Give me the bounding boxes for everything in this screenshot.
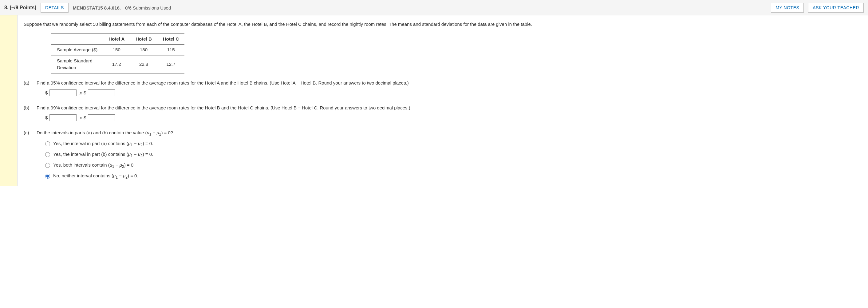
part-c-prompt: Do the intervals in parts (a) and (b) co… [37, 129, 862, 137]
part-c-radio-2[interactable] [45, 152, 50, 157]
question-header: 8. [–/8 Points] DETAILS MENDSTAT15 8.4.0… [0, 0, 868, 16]
question-content: Suppose that we randomly select 50 billi… [17, 16, 868, 186]
table-row: Sample Standard Deviation 17.2 22.8 12.7 [51, 55, 184, 73]
part-c-option-2-text: Yes, the interval in part (b) contains (… [53, 151, 153, 159]
part-b: (b) Find a 99% confidence interval for t… [24, 104, 862, 121]
row1-a: 150 [103, 44, 130, 56]
row1-b: 180 [130, 44, 157, 56]
row2-c: 12.7 [157, 55, 185, 73]
part-a: (a) Find a 95% confidence interval for t… [24, 80, 862, 96]
part-b-lower-input[interactable] [50, 114, 76, 121]
part-c-option-4-text: No, neither interval contains (μ1 − μ2) … [53, 173, 138, 180]
details-button[interactable]: DETAILS [40, 3, 68, 12]
submissions-used: 0/6 Submissions Used [125, 5, 171, 10]
row2-b: 22.8 [130, 55, 157, 73]
th-hotel-b: Hotel B [130, 33, 157, 44]
ask-teacher-button[interactable]: ASK YOUR TEACHER [808, 3, 864, 12]
to-dollar: to $ [79, 89, 86, 96]
row2-a: 17.2 [103, 55, 130, 73]
part-c-option-1-text: Yes, the interval in part (a) contains (… [53, 140, 153, 148]
to-dollar: to $ [79, 114, 86, 121]
dollar-sign: $ [45, 114, 48, 121]
part-a-label: (a) [24, 80, 32, 96]
my-notes-button[interactable]: MY NOTES [771, 3, 804, 12]
th-hotel-c: Hotel C [157, 33, 185, 44]
part-b-label: (b) [24, 104, 32, 121]
question-ref-code: MENDSTAT15 8.4.016. [73, 5, 121, 10]
data-table: Hotel A Hotel B Hotel C Sample Average (… [51, 33, 184, 73]
th-blank [51, 33, 103, 44]
part-c-radio-3[interactable] [45, 163, 50, 168]
part-a-upper-input[interactable] [88, 89, 115, 96]
part-a-lower-input[interactable] [50, 89, 76, 96]
part-c-option-2[interactable]: Yes, the interval in part (b) contains (… [45, 151, 862, 159]
part-c-option-3[interactable]: Yes, both intervals contain (μ1 − μ2) = … [45, 162, 862, 170]
part-a-text: Find a 95% confidence interval for the d… [37, 80, 862, 87]
left-gutter [0, 16, 17, 186]
part-c-option-4[interactable]: No, neither interval contains (μ1 − μ2) … [45, 173, 862, 180]
row1-c: 115 [157, 44, 185, 56]
intro-text: Suppose that we randomly select 50 billi… [24, 21, 862, 28]
table-row: Sample Average ($) 150 180 115 [51, 44, 184, 56]
question-number-points: 8. [–/8 Points] [4, 5, 36, 10]
part-b-text: Find a 99% confidence interval for the d… [37, 104, 862, 112]
part-c-radio-4[interactable] [45, 174, 50, 179]
row2-label: Sample Standard Deviation [51, 55, 103, 73]
part-c-label: (c) [24, 129, 32, 180]
part-c: (c) Do the intervals in parts (a) and (b… [24, 129, 862, 180]
part-c-radio-1[interactable] [45, 142, 50, 146]
th-hotel-a: Hotel A [103, 33, 130, 44]
part-b-upper-input[interactable] [88, 114, 115, 121]
part-c-option-1[interactable]: Yes, the interval in part (a) contains (… [45, 140, 862, 148]
part-c-option-3-text: Yes, both intervals contain (μ1 − μ2) = … [53, 162, 135, 170]
row1-label: Sample Average ($) [51, 44, 103, 56]
dollar-sign: $ [45, 89, 48, 96]
